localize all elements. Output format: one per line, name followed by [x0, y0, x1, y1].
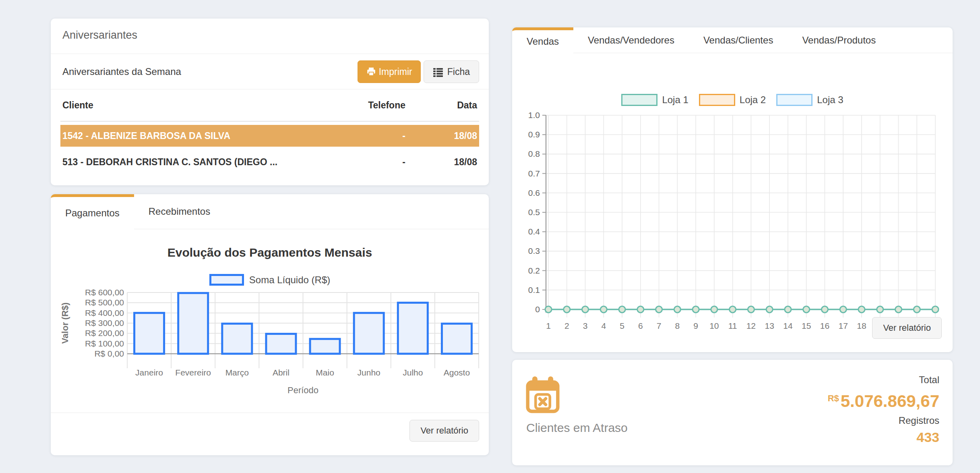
svg-text:Janeiro: Janeiro — [135, 368, 163, 377]
legend-swatch-soma-liquido — [209, 274, 244, 286]
tab-recebimentos[interactable]: Recebimentos — [134, 194, 225, 229]
svg-text:R$ 0,00: R$ 0,00 — [94, 349, 124, 358]
tab-vendas-vendedores[interactable]: Vendas/Vendedores — [573, 27, 689, 53]
svg-text:10: 10 — [709, 321, 719, 330]
registros-label: Registros — [828, 415, 939, 426]
cell-cli: 1542 - ALBENIZE BARBOSA DA SILVA — [60, 131, 317, 141]
tabbar-filler — [890, 27, 953, 53]
ficha-label: Ficha — [447, 66, 470, 77]
svg-text:0.9: 0.9 — [528, 130, 540, 139]
tab-vendas-clientes[interactable]: Vendas/Clientes — [689, 27, 788, 53]
imprimir-button[interactable]: Imprimir — [358, 60, 421, 83]
svg-text:0.3: 0.3 — [528, 246, 540, 255]
legend-item-loja-1: Loja 1 — [621, 94, 688, 106]
calendar-x-icon — [526, 376, 560, 415]
tab-vendas[interactable]: Vendas — [512, 27, 573, 53]
svg-text:0: 0 — [535, 305, 540, 314]
vendas-chart-legend: Loja 1Loja 2Loja 3 — [512, 94, 953, 106]
svg-text:Julho: Julho — [403, 368, 423, 377]
svg-text:14: 14 — [783, 321, 793, 330]
dashboard: Aniversariantes Aniversariantes da Seman… — [0, 0, 980, 473]
list-icon — [433, 66, 443, 77]
svg-text:Agosto: Agosto — [444, 368, 470, 377]
svg-text:0.2: 0.2 — [528, 266, 540, 275]
legend-label-soma-liquido: Soma Líquido (R$) — [249, 274, 330, 286]
svg-text:13: 13 — [765, 321, 774, 330]
svg-text:0.6: 0.6 — [528, 188, 540, 197]
cell-tel: - — [317, 131, 417, 141]
svg-text:R$ 200,00: R$ 200,00 — [85, 328, 124, 338]
svg-text:1.0: 1.0 — [528, 110, 540, 120]
pagamentos-chart-legend: Soma Líquido (R$) — [51, 274, 489, 286]
column-header-telefone: Telefone — [317, 100, 417, 111]
total-label: Total — [828, 374, 939, 386]
birthdays-table-header: ClienteTelefoneData — [60, 89, 479, 122]
column-header-data: Data — [417, 100, 479, 111]
svg-text:11: 11 — [728, 321, 737, 330]
divider — [51, 54, 489, 54]
legend-item-loja-2: Loja 2 — [699, 94, 766, 106]
svg-text:12: 12 — [746, 321, 756, 330]
svg-text:4: 4 — [601, 321, 606, 330]
printer-icon — [366, 66, 376, 77]
clientes-atraso-summary: Total R$5.076.869,67 Registros 433 — [828, 374, 939, 445]
svg-text:1: 1 — [546, 321, 551, 330]
ficha-button[interactable]: Ficha — [424, 60, 479, 83]
legend-label: Loja 3 — [817, 94, 843, 106]
svg-text:0.7: 0.7 — [528, 169, 540, 178]
aniversariantes-title: Aniversariantes — [62, 29, 137, 41]
cell-cli: 513 - DEBORAH CRISTINA C. SANTOS (DIEGO … — [60, 157, 317, 168]
svg-text:0.4: 0.4 — [528, 227, 540, 236]
table-row[interactable]: 513 - DEBORAH CRISTINA C. SANTOS (DIEGO … — [60, 151, 479, 173]
imprimir-label: Imprimir — [379, 66, 412, 77]
svg-text:R$ 500,00: R$ 500,00 — [85, 298, 124, 307]
svg-text:Abril: Abril — [273, 368, 289, 377]
svg-text:Valor (R$): Valor (R$) — [60, 303, 70, 344]
svg-text:0.8: 0.8 — [528, 149, 540, 158]
svg-text:R$ 300,00: R$ 300,00 — [85, 318, 124, 328]
aniversariantes-card: Aniversariantes Aniversariantes da Seman… — [51, 19, 489, 185]
tab-pagamentos[interactable]: Pagamentos — [51, 194, 134, 229]
svg-text:2: 2 — [564, 321, 569, 330]
pagamentos-chart-svg: R$ 0,00R$ 100,00R$ 200,00R$ 300,00R$ 400… — [51, 288, 489, 409]
divider — [51, 413, 489, 413]
pagamentos-tabbar: PagamentosRecebimentos — [51, 194, 489, 229]
vendas-ver-relatorio-button[interactable]: Ver relatório — [872, 317, 942, 339]
svg-text:9: 9 — [693, 321, 698, 330]
currency-prefix: R$ — [828, 393, 839, 403]
svg-text:Período: Período — [287, 385, 318, 395]
tabbar-filler — [225, 194, 489, 229]
svg-text:3: 3 — [583, 321, 588, 330]
svg-text:Junho: Junho — [358, 368, 380, 377]
aniversariantes-subtitle: Aniversariantes da Semana — [62, 66, 181, 77]
svg-text:7: 7 — [657, 321, 662, 330]
total-amount: 5.076.869,67 — [841, 392, 939, 411]
svg-text:18: 18 — [857, 321, 866, 330]
pagamentos-ver-relatorio-button[interactable]: Ver relatório — [409, 420, 479, 442]
pagamentos-chart-title: Evolução dos Pagamentos Mensais — [51, 246, 489, 259]
svg-text:8: 8 — [675, 321, 680, 330]
vendas-card: VendasVendas/VendedoresVendas/ClientesVe… — [512, 27, 953, 352]
legend-label: Loja 2 — [740, 94, 766, 106]
pagamentos-card: PagamentosRecebimentos Evolução dos Paga… — [51, 194, 489, 455]
svg-text:Março: Março — [225, 368, 249, 377]
tab-vendas-produtos[interactable]: Vendas/Produtos — [788, 27, 890, 53]
legend-swatch — [699, 94, 735, 106]
svg-text:R$ 100,00: R$ 100,00 — [85, 339, 124, 348]
svg-text:6: 6 — [638, 321, 643, 330]
svg-text:0.5: 0.5 — [528, 207, 540, 217]
legend-label: Loja 1 — [662, 94, 688, 106]
cell-tel: - — [317, 157, 417, 168]
svg-text:16: 16 — [820, 321, 829, 330]
table-row[interactable]: 1542 - ALBENIZE BARBOSA DA SILVA-18/08 — [60, 125, 479, 147]
aniversariantes-actions: Imprimir Ficha — [358, 60, 479, 83]
cell-dat: 18/08 — [417, 157, 479, 168]
svg-text:0.1: 0.1 — [528, 285, 540, 295]
clientes-atraso-card: Clientes em Atraso Total R$5.076.869,67 … — [512, 360, 953, 465]
birthdays-table-body: 1542 - ALBENIZE BARBOSA DA SILVA-18/0851… — [60, 125, 479, 173]
legend-swatch — [621, 94, 657, 106]
svg-text:R$ 600,00: R$ 600,00 — [85, 288, 124, 297]
total-value: R$5.076.869,67 — [828, 390, 939, 410]
svg-text:Maio: Maio — [316, 368, 334, 377]
vendas-chart-svg: 1234567891011121314151617181920212200.10… — [512, 110, 953, 336]
